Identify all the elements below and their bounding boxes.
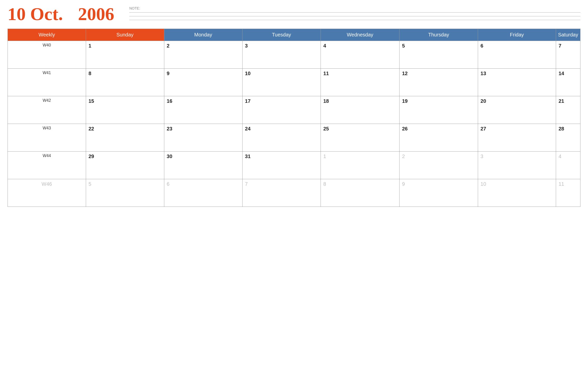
calendar-day: 21 [556,96,580,124]
calendar-row: W442930311234 [8,152,580,179]
calendar-day: 7 [242,179,321,207]
calendar-day: 13 [478,69,556,96]
calendar-day: 10 [478,179,556,207]
calendar-day: 16 [164,96,242,124]
calendar-day: 14 [556,69,580,96]
calendar-day: 6 [478,41,556,69]
calendar-day: 19 [400,96,478,124]
calendar-body: W401234567W41891011121314W42151617181920… [8,41,580,207]
note-line-2 [129,16,580,16]
day-number: 14 [559,71,564,76]
calendar-day: 1 [321,152,399,179]
header-row: WeeklySundayMondayTuesdayWednesdayThursd… [8,29,580,41]
calendar-day: 25 [321,124,399,152]
day-number: 11 [323,71,329,76]
week-label: W44 [8,152,86,179]
day-number: 28 [559,126,564,131]
calendar-day: 8 [321,179,399,207]
day-number: 2 [167,43,170,49]
calendar-day: 6 [164,179,242,207]
calendar-day: 5 [400,41,478,69]
calendar-day: 22 [86,124,164,152]
day-number: 1 [323,154,326,159]
day-number: 13 [481,71,486,76]
column-header-monday: Monday [164,29,242,41]
day-number: 8 [89,71,91,76]
calendar-row: W401234567 [8,41,580,69]
column-header-tuesday: Tuesday [242,29,321,41]
calendar-day: 20 [478,96,556,124]
day-number: 5 [402,43,405,49]
calendar-day: 9 [400,179,478,207]
calendar-day: 11 [321,69,399,96]
day-number: 31 [245,154,251,159]
calendar-day: 3 [242,41,321,69]
calendar-row: W4322232425262728 [8,124,580,152]
calendar-day: 17 [242,96,321,124]
calendar-row: W46567891011 [8,179,580,207]
calendar-day: 8 [86,69,164,96]
day-number: 5 [89,181,91,187]
calendar-day: 28 [556,124,580,152]
day-number: 7 [245,181,248,187]
day-number: 22 [89,126,94,131]
day-number: 3 [481,154,483,159]
day-number: 21 [559,98,564,104]
day-number: 16 [167,98,172,104]
column-header-wednesday: Wednesday [321,29,399,41]
week-label: W46 [8,179,86,207]
day-number: 12 [402,71,408,76]
calendar-day: 4 [321,41,399,69]
calendar-day: 5 [86,179,164,207]
calendar-day: 26 [400,124,478,152]
note-label: NOTE: [129,6,580,10]
day-number: 9 [167,71,170,76]
note-line-3 [129,20,580,20]
calendar-table: WeeklySundayMondayTuesdayWednesdayThursd… [8,29,580,207]
calendar-day: 3 [478,152,556,179]
day-number: 1 [89,43,91,49]
day-number: 6 [481,43,483,49]
column-header-sunday: Sunday [86,29,164,41]
day-number: 30 [167,154,172,159]
day-number: 2 [402,154,405,159]
day-number: 19 [402,98,408,104]
year: 2006 [78,5,114,23]
day-number: 27 [481,126,486,131]
calendar-row: W41891011121314 [8,69,580,96]
day-number: 4 [323,43,326,49]
day-number: 6 [167,181,170,187]
day-number: 18 [323,98,329,104]
calendar-day: 7 [556,41,580,69]
calendar-day: 23 [164,124,242,152]
week-label: W41 [8,69,86,96]
day-number: 7 [559,43,561,49]
day-number: 17 [245,98,251,104]
note-line-1 [129,12,580,13]
calendar-day: 31 [242,152,321,179]
day-number: 9 [402,181,405,187]
header-date-area: 10 Oct. 2006 [8,5,114,23]
column-header-saturday: Saturday [556,29,580,41]
day-number: 26 [402,126,408,131]
calendar-day: 15 [86,96,164,124]
calendar-header: WeeklySundayMondayTuesdayWednesdayThursd… [8,29,580,41]
calendar-day: 2 [400,152,478,179]
calendar-day: 29 [86,152,164,179]
day-number: 10 [245,71,251,76]
calendar-row: W4215161718192021 [8,96,580,124]
calendar-day: 24 [242,124,321,152]
day-number: 24 [245,126,251,131]
calendar-day: 18 [321,96,399,124]
day-number: 25 [323,126,329,131]
day-number: 11 [559,181,564,187]
calendar-day: 2 [164,41,242,69]
calendar-day: 1 [86,41,164,69]
calendar-day: 10 [242,69,321,96]
note-area: NOTE: [129,5,580,24]
day-number: 15 [89,98,94,104]
column-header-thursday: Thursday [400,29,478,41]
page-header: 10 Oct. 2006 NOTE: [8,5,580,24]
week-label: W42 [8,96,86,124]
calendar-day: 4 [556,152,580,179]
